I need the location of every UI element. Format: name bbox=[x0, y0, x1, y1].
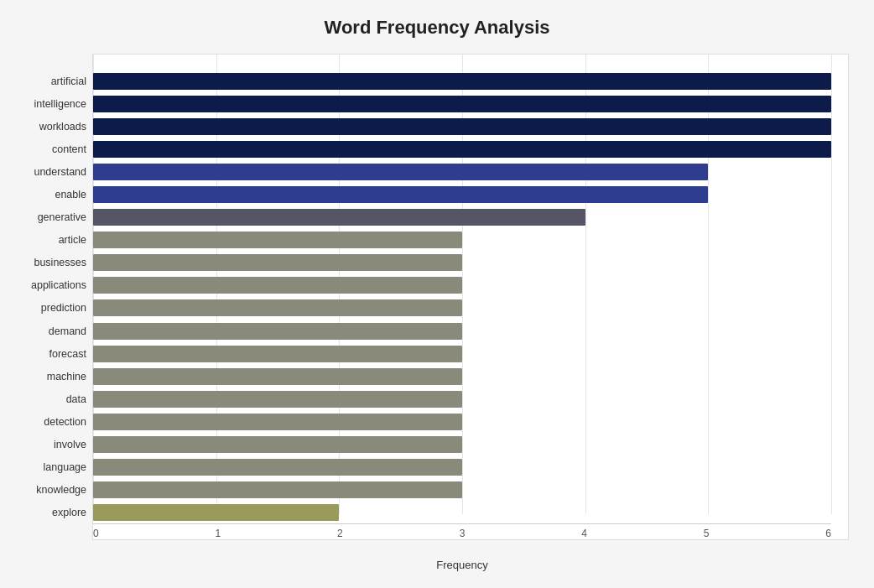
bar-label: machine bbox=[7, 371, 86, 382]
bar-row: applications bbox=[93, 275, 831, 295]
bar-label: data bbox=[7, 393, 86, 405]
bar bbox=[93, 164, 708, 180]
bar bbox=[93, 368, 462, 385]
chart-title: Word Frequency Analysis bbox=[25, 17, 849, 39]
bar-row: intelligence bbox=[93, 94, 831, 114]
grid-line bbox=[831, 55, 832, 514]
bar bbox=[93, 232, 462, 248]
bar bbox=[93, 186, 708, 203]
x-axis: 0123456 Frequency bbox=[93, 514, 831, 539]
bar-row: artificial bbox=[93, 71, 831, 91]
bar bbox=[93, 481, 462, 498]
bar-label: content bbox=[7, 143, 86, 155]
x-ticks: 0123456 bbox=[93, 523, 831, 539]
bar-row: content bbox=[93, 139, 831, 159]
bar bbox=[93, 141, 831, 158]
bar bbox=[93, 254, 462, 271]
bars-wrapper: artificialintelligenceworkloadscontentun… bbox=[93, 63, 831, 531]
bar-row: data bbox=[93, 389, 831, 409]
x-tick: 0 bbox=[93, 528, 99, 539]
chart-area: artificialintelligenceworkloadscontentun… bbox=[92, 54, 849, 540]
bar-label: article bbox=[7, 234, 86, 246]
x-tick: 2 bbox=[337, 528, 343, 539]
bar bbox=[93, 209, 585, 226]
bar-row: generative bbox=[93, 207, 831, 227]
bar-label: demand bbox=[7, 325, 86, 337]
bar-label: understand bbox=[7, 166, 86, 178]
bar-label: artificial bbox=[7, 75, 86, 87]
bar-label: prediction bbox=[7, 302, 86, 314]
bar bbox=[93, 436, 462, 453]
bar-label: knowledge bbox=[7, 484, 86, 496]
bar-row: language bbox=[93, 457, 831, 477]
bar-label: applications bbox=[7, 279, 86, 291]
bar-label: businesses bbox=[7, 257, 86, 268]
chart-container: Word Frequency Analysis artificialintell… bbox=[0, 0, 874, 588]
bar bbox=[93, 414, 462, 430]
bar-label: intelligence bbox=[7, 98, 86, 110]
bar-label: explore bbox=[7, 507, 86, 518]
bar bbox=[93, 96, 831, 112]
bar bbox=[93, 459, 462, 476]
x-tick: 5 bbox=[704, 528, 710, 539]
bar-row: prediction bbox=[93, 298, 831, 318]
bar-row: machine bbox=[93, 367, 831, 387]
bar-label: generative bbox=[7, 211, 86, 223]
x-tick: 6 bbox=[825, 528, 831, 539]
bar-label: forecast bbox=[7, 348, 86, 360]
bar-label: language bbox=[7, 461, 86, 473]
x-tick: 1 bbox=[216, 528, 221, 539]
bar bbox=[93, 277, 462, 294]
x-axis-label: Frequency bbox=[436, 559, 487, 571]
bar bbox=[93, 323, 462, 340]
bar-label: workloads bbox=[7, 121, 86, 133]
bar bbox=[93, 118, 831, 135]
bar-row: article bbox=[93, 230, 831, 250]
bar-row: businesses bbox=[93, 252, 831, 273]
bar-row: understand bbox=[93, 162, 831, 182]
bar bbox=[93, 391, 462, 408]
x-tick: 3 bbox=[460, 528, 466, 539]
bar-row: demand bbox=[93, 321, 831, 341]
bar bbox=[93, 299, 462, 316]
x-tick: 4 bbox=[581, 528, 587, 539]
bar-row: forecast bbox=[93, 344, 831, 364]
bar-label: enable bbox=[7, 189, 86, 200]
bar-row: enable bbox=[93, 185, 831, 205]
bar-row: workloads bbox=[93, 117, 831, 137]
bar-label: involve bbox=[7, 439, 86, 450]
bar-row: knowledge bbox=[93, 480, 831, 500]
bar-label: detection bbox=[7, 416, 86, 428]
bar-row: detection bbox=[93, 412, 831, 432]
bar-row: involve bbox=[93, 434, 831, 455]
bar bbox=[93, 346, 462, 362]
bar bbox=[93, 73, 831, 90]
